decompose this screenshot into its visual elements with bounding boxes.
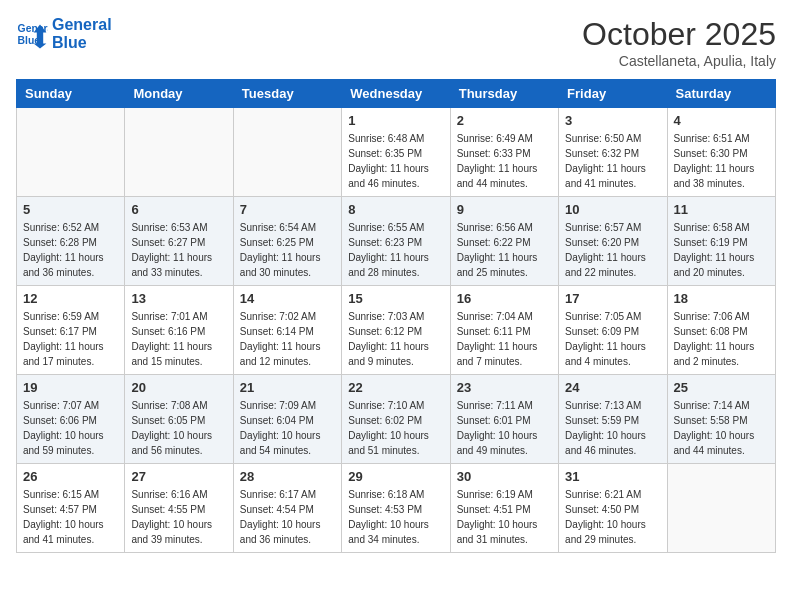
weekday-header-monday: Monday [125,80,233,108]
day-number: 25 [674,380,769,395]
day-info: Sunrise: 6:54 AMSunset: 6:25 PMDaylight:… [240,220,335,280]
calendar-cell [667,464,775,553]
weekday-header-thursday: Thursday [450,80,558,108]
day-number: 3 [565,113,660,128]
calendar-cell: 1Sunrise: 6:48 AMSunset: 6:35 PMDaylight… [342,108,450,197]
calendar-cell: 31Sunrise: 6:21 AMSunset: 4:50 PMDayligh… [559,464,667,553]
day-number: 27 [131,469,226,484]
calendar-cell: 16Sunrise: 7:04 AMSunset: 6:11 PMDayligh… [450,286,558,375]
day-number: 26 [23,469,118,484]
day-info: Sunrise: 7:10 AMSunset: 6:02 PMDaylight:… [348,398,443,458]
day-info: Sunrise: 7:13 AMSunset: 5:59 PMDaylight:… [565,398,660,458]
calendar-cell [233,108,341,197]
location-subtitle: Castellaneta, Apulia, Italy [582,53,776,69]
weekday-header-tuesday: Tuesday [233,80,341,108]
day-number: 24 [565,380,660,395]
day-number: 21 [240,380,335,395]
calendar-cell: 21Sunrise: 7:09 AMSunset: 6:04 PMDayligh… [233,375,341,464]
day-number: 18 [674,291,769,306]
day-number: 11 [674,202,769,217]
weekday-header-friday: Friday [559,80,667,108]
calendar-cell: 30Sunrise: 6:19 AMSunset: 4:51 PMDayligh… [450,464,558,553]
day-info: Sunrise: 6:52 AMSunset: 6:28 PMDaylight:… [23,220,118,280]
calendar-cell: 3Sunrise: 6:50 AMSunset: 6:32 PMDaylight… [559,108,667,197]
calendar-cell: 14Sunrise: 7:02 AMSunset: 6:14 PMDayligh… [233,286,341,375]
calendar-cell: 15Sunrise: 7:03 AMSunset: 6:12 PMDayligh… [342,286,450,375]
weekday-header-sunday: Sunday [17,80,125,108]
day-number: 23 [457,380,552,395]
day-info: Sunrise: 6:50 AMSunset: 6:32 PMDaylight:… [565,131,660,191]
day-info: Sunrise: 6:48 AMSunset: 6:35 PMDaylight:… [348,131,443,191]
day-info: Sunrise: 6:15 AMSunset: 4:57 PMDaylight:… [23,487,118,547]
calendar-cell: 26Sunrise: 6:15 AMSunset: 4:57 PMDayligh… [17,464,125,553]
day-number: 19 [23,380,118,395]
day-number: 8 [348,202,443,217]
day-number: 9 [457,202,552,217]
day-info: Sunrise: 6:51 AMSunset: 6:30 PMDaylight:… [674,131,769,191]
day-number: 14 [240,291,335,306]
calendar-table: SundayMondayTuesdayWednesdayThursdayFrid… [16,79,776,553]
calendar-cell: 2Sunrise: 6:49 AMSunset: 6:33 PMDaylight… [450,108,558,197]
weekday-header-saturday: Saturday [667,80,775,108]
calendar-cell: 29Sunrise: 6:18 AMSunset: 4:53 PMDayligh… [342,464,450,553]
day-info: Sunrise: 7:04 AMSunset: 6:11 PMDaylight:… [457,309,552,369]
calendar-cell: 13Sunrise: 7:01 AMSunset: 6:16 PMDayligh… [125,286,233,375]
day-info: Sunrise: 6:19 AMSunset: 4:51 PMDaylight:… [457,487,552,547]
day-number: 6 [131,202,226,217]
calendar-cell: 9Sunrise: 6:56 AMSunset: 6:22 PMDaylight… [450,197,558,286]
calendar-cell: 22Sunrise: 7:10 AMSunset: 6:02 PMDayligh… [342,375,450,464]
day-info: Sunrise: 6:57 AMSunset: 6:20 PMDaylight:… [565,220,660,280]
day-info: Sunrise: 6:55 AMSunset: 6:23 PMDaylight:… [348,220,443,280]
calendar-cell: 7Sunrise: 6:54 AMSunset: 6:25 PMDaylight… [233,197,341,286]
day-info: Sunrise: 7:01 AMSunset: 6:16 PMDaylight:… [131,309,226,369]
day-info: Sunrise: 7:02 AMSunset: 6:14 PMDaylight:… [240,309,335,369]
day-info: Sunrise: 6:53 AMSunset: 6:27 PMDaylight:… [131,220,226,280]
calendar-cell: 10Sunrise: 6:57 AMSunset: 6:20 PMDayligh… [559,197,667,286]
day-info: Sunrise: 6:21 AMSunset: 4:50 PMDaylight:… [565,487,660,547]
day-info: Sunrise: 7:09 AMSunset: 6:04 PMDaylight:… [240,398,335,458]
day-info: Sunrise: 6:18 AMSunset: 4:53 PMDaylight:… [348,487,443,547]
day-number: 12 [23,291,118,306]
day-info: Sunrise: 7:07 AMSunset: 6:06 PMDaylight:… [23,398,118,458]
weekday-header-row: SundayMondayTuesdayWednesdayThursdayFrid… [17,80,776,108]
calendar-cell: 19Sunrise: 7:07 AMSunset: 6:06 PMDayligh… [17,375,125,464]
day-number: 7 [240,202,335,217]
title-area: October 2025 Castellaneta, Apulia, Italy [582,16,776,69]
day-info: Sunrise: 6:16 AMSunset: 4:55 PMDaylight:… [131,487,226,547]
calendar-cell: 4Sunrise: 6:51 AMSunset: 6:30 PMDaylight… [667,108,775,197]
day-number: 29 [348,469,443,484]
calendar-cell [17,108,125,197]
day-number: 22 [348,380,443,395]
calendar-cell: 27Sunrise: 6:16 AMSunset: 4:55 PMDayligh… [125,464,233,553]
calendar-cell: 17Sunrise: 7:05 AMSunset: 6:09 PMDayligh… [559,286,667,375]
calendar-cell: 18Sunrise: 7:06 AMSunset: 6:08 PMDayligh… [667,286,775,375]
day-number: 17 [565,291,660,306]
calendar-cell: 20Sunrise: 7:08 AMSunset: 6:05 PMDayligh… [125,375,233,464]
calendar-week-row: 19Sunrise: 7:07 AMSunset: 6:06 PMDayligh… [17,375,776,464]
day-number: 5 [23,202,118,217]
calendar-cell: 8Sunrise: 6:55 AMSunset: 6:23 PMDaylight… [342,197,450,286]
calendar-week-row: 1Sunrise: 6:48 AMSunset: 6:35 PMDaylight… [17,108,776,197]
calendar-cell: 23Sunrise: 7:11 AMSunset: 6:01 PMDayligh… [450,375,558,464]
day-info: Sunrise: 6:58 AMSunset: 6:19 PMDaylight:… [674,220,769,280]
day-number: 1 [348,113,443,128]
calendar-cell: 11Sunrise: 6:58 AMSunset: 6:19 PMDayligh… [667,197,775,286]
logo: General Blue GeneralBlue [16,16,112,51]
weekday-header-wednesday: Wednesday [342,80,450,108]
day-number: 16 [457,291,552,306]
calendar-cell: 12Sunrise: 6:59 AMSunset: 6:17 PMDayligh… [17,286,125,375]
calendar-week-row: 26Sunrise: 6:15 AMSunset: 4:57 PMDayligh… [17,464,776,553]
calendar-cell: 24Sunrise: 7:13 AMSunset: 5:59 PMDayligh… [559,375,667,464]
day-info: Sunrise: 7:08 AMSunset: 6:05 PMDaylight:… [131,398,226,458]
day-info: Sunrise: 7:03 AMSunset: 6:12 PMDaylight:… [348,309,443,369]
calendar-cell: 28Sunrise: 6:17 AMSunset: 4:54 PMDayligh… [233,464,341,553]
day-number: 15 [348,291,443,306]
calendar-cell: 25Sunrise: 7:14 AMSunset: 5:58 PMDayligh… [667,375,775,464]
day-number: 30 [457,469,552,484]
calendar-cell [125,108,233,197]
day-number: 20 [131,380,226,395]
day-info: Sunrise: 6:56 AMSunset: 6:22 PMDaylight:… [457,220,552,280]
month-title: October 2025 [582,16,776,53]
day-info: Sunrise: 6:59 AMSunset: 6:17 PMDaylight:… [23,309,118,369]
header: General Blue GeneralBlue October 2025 Ca… [16,16,776,69]
